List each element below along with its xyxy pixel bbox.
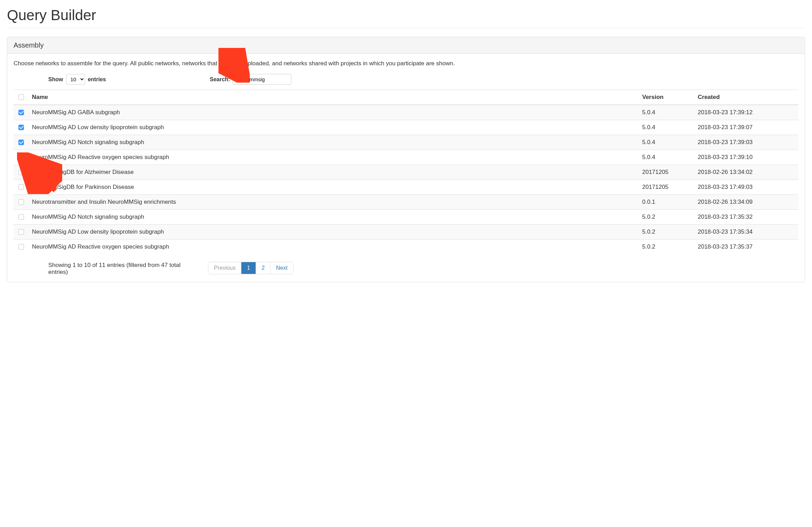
cell-name: NeuroMMSig AD Low density lipoprotein su… (28, 225, 639, 240)
row-checkbox[interactable] (18, 244, 24, 250)
cell-created: 2018-03-23 17:39:12 (694, 105, 798, 120)
column-header-version[interactable]: Version (639, 90, 694, 105)
row-checkbox[interactable] (18, 229, 24, 235)
pagination-page-1[interactable]: 1 (241, 262, 256, 274)
table-info: Showing 1 to 10 of 11 entries (filtered … (48, 262, 187, 276)
panel-heading: Assembly (7, 37, 805, 54)
cell-created: 2018-03-23 17:49:03 (694, 180, 798, 195)
pagination-next[interactable]: Next (271, 262, 293, 274)
cell-version: 5.0.2 (639, 225, 694, 240)
cell-name: NeuroMMSigDB for Parkinson Disease (28, 180, 639, 195)
cell-created: 2018-03-23 17:35:32 (694, 210, 798, 225)
table-row: NeuroMMSig AD Notch signaling subgraph5.… (14, 135, 798, 150)
cell-created: 2018-02-26 13:34:09 (694, 195, 798, 210)
table-footer: Showing 1 to 10 of 11 entries (filtered … (14, 262, 798, 276)
cell-name: Neurotransmitter and Insulin NeuroMMSig … (28, 195, 639, 210)
cell-version: 5.0.2 (639, 240, 694, 254)
panel-description: Choose networks to assemble for the quer… (14, 60, 798, 67)
cell-created: 2018-03-23 17:39:07 (694, 120, 798, 135)
row-checkbox[interactable] (18, 110, 24, 115)
row-checkbox[interactable] (18, 169, 24, 175)
table-row: NeuroMMSig AD Low density lipoprotein su… (14, 120, 798, 135)
select-all-checkbox[interactable] (18, 94, 24, 100)
cell-name: NeuroMMSig AD GABA subgraph (28, 105, 639, 120)
networks-table: Name Version Created NeuroMMSig AD GABA … (14, 90, 798, 254)
table-row: NeuroMMSig AD Reactive oxygen species su… (14, 150, 798, 165)
row-checkbox[interactable] (18, 184, 24, 190)
cell-name: NeuroMMSigDB for Alzheimer Disease (28, 165, 639, 180)
cell-name: NeuroMMSig AD Reactive oxygen species su… (28, 240, 639, 254)
pagination: Previous 1 2 Next (208, 262, 293, 274)
page-title: Query Builder (7, 7, 805, 28)
table-row: NeuroMMSig AD Low density lipoprotein su… (14, 225, 798, 240)
search-input[interactable] (232, 74, 291, 85)
show-entries-select[interactable]: 10 (66, 74, 85, 85)
cell-version: 20171205 (639, 165, 694, 180)
pagination-page-2[interactable]: 2 (256, 262, 271, 274)
cell-name: NeuroMMSig AD Notch signaling subgraph (28, 210, 639, 225)
cell-name: NeuroMMSig AD Notch signaling subgraph (28, 135, 639, 150)
cell-created: 2018-03-23 17:35:37 (694, 240, 798, 254)
row-checkbox[interactable] (18, 214, 24, 220)
cell-created: 2018-02-26 13:34:02 (694, 165, 798, 180)
table-row: NeuroMMSig AD GABA subgraph5.0.42018-03-… (14, 105, 798, 120)
column-header-created[interactable]: Created (694, 90, 798, 105)
cell-version: 5.0.4 (639, 135, 694, 150)
table-row: NeuroMMSigDB for Parkinson Disease201712… (14, 180, 798, 195)
show-entries-suffix: entries (88, 76, 106, 83)
search-label: Search: (210, 76, 230, 83)
search-block: Search: (210, 74, 291, 85)
table-row: NeuroMMSig AD Reactive oxygen species su… (14, 240, 798, 254)
table-row: Neurotransmitter and Insulin NeuroMMSig … (14, 195, 798, 210)
cell-name: NeuroMMSig AD Reactive oxygen species su… (28, 150, 639, 165)
cell-version: 20171205 (639, 180, 694, 195)
row-checkbox[interactable] (18, 140, 24, 145)
row-checkbox[interactable] (18, 199, 24, 205)
cell-version: 5.0.4 (639, 120, 694, 135)
cell-version: 0.0.1 (639, 195, 694, 210)
assembly-panel: Assembly Choose networks to assemble for… (7, 37, 805, 282)
row-checkbox[interactable] (18, 154, 24, 160)
table-row: NeuroMMSig AD Notch signaling subgraph5.… (14, 210, 798, 225)
cell-created: 2018-03-23 17:39:10 (694, 150, 798, 165)
table-row: NeuroMMSigDB for Alzheimer Disease201712… (14, 165, 798, 180)
table-header-row: Name Version Created (14, 90, 798, 105)
row-checkbox[interactable] (18, 125, 24, 130)
cell-name: NeuroMMSig AD Low density lipoprotein su… (28, 120, 639, 135)
show-entries: Show 10 entries (48, 74, 106, 85)
show-entries-label: Show (48, 76, 63, 83)
column-header-name[interactable]: Name (28, 90, 639, 105)
cell-version: 5.0.2 (639, 210, 694, 225)
cell-created: 2018-03-23 17:35:34 (694, 225, 798, 240)
cell-version: 5.0.4 (639, 105, 694, 120)
table-controls: Show 10 entries Search: (14, 74, 798, 85)
cell-created: 2018-03-23 17:39:03 (694, 135, 798, 150)
pagination-previous[interactable]: Previous (208, 262, 241, 274)
cell-version: 5.0.4 (639, 150, 694, 165)
